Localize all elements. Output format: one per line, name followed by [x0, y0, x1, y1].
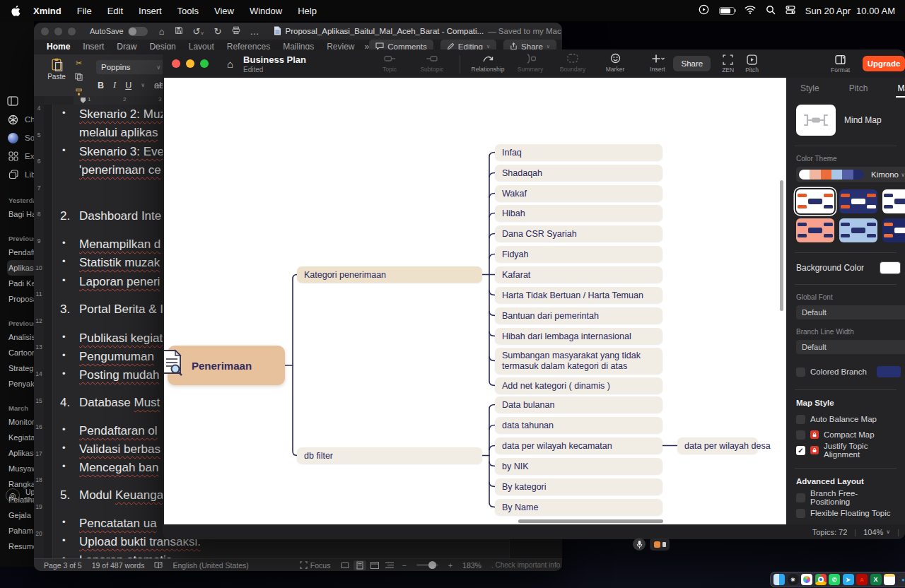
sidebar-history-item[interactable]: Padi Ken: [7, 276, 34, 291]
proofing-icon[interactable]: [154, 561, 163, 569]
panel-tab-pitch[interactable]: Pitch: [849, 83, 868, 93]
dock-icon-excel[interactable]: X: [870, 574, 882, 585]
menu-item-tools[interactable]: Tools: [177, 6, 199, 16]
dock-icon-telegram[interactable]: ➤: [843, 574, 854, 585]
dock-icon-whatsapp[interactable]: ✆: [829, 574, 840, 585]
canvas-horizontal-scrollbar[interactable]: [518, 519, 663, 523]
subtopic[interactable]: Infaq: [495, 144, 662, 160]
menu-item-help[interactable]: Help: [298, 6, 317, 16]
sidebar-nav-sor[interactable]: Sor: [7, 129, 34, 147]
sidebar-history-item[interactable]: Cartoon: [7, 345, 34, 360]
word-tab-draw[interactable]: Draw: [117, 42, 136, 52]
mindmap-canvas[interactable]: PenerimaanKategori penerimaandb filterIn…: [164, 78, 786, 524]
zoom-slider[interactable]: [416, 564, 438, 566]
theme-thumbnail-6[interactable]: [882, 218, 905, 242]
canvas-vertical-scrollbar[interactable]: [780, 180, 783, 311]
subtopic[interactable]: Data bulanan: [495, 396, 662, 413]
sidebar-toggle-icon[interactable]: [7, 92, 34, 110]
relationship-tool[interactable]: Relationship: [473, 52, 503, 73]
sidebar-history-item[interactable]: Aplikasi: [7, 445, 34, 461]
sidebar-nav-exp[interactable]: Exp: [7, 147, 34, 165]
dock-icon-adobe[interactable]: A: [856, 574, 868, 585]
print-icon[interactable]: [232, 26, 240, 36]
dock-icon-photos[interactable]: [801, 574, 812, 585]
background-color-swatch[interactable]: [880, 261, 901, 274]
menu-item-edit[interactable]: Edit: [107, 6, 123, 16]
canvas-zoom-select[interactable]: 104% ∨: [863, 528, 890, 536]
sidebar-history-item[interactable]: Aplikasi: [7, 260, 34, 276]
theme-thumbnail-2[interactable]: [839, 189, 877, 213]
autosave-toggle[interactable]: [128, 27, 148, 36]
subtopic[interactable]: Kafarat: [495, 266, 662, 283]
sidebar-nav-cha[interactable]: Cha: [7, 110, 34, 129]
checkbox[interactable]: [796, 415, 805, 424]
colored-branch-checkbox[interactable]: [796, 368, 805, 377]
zen-button[interactable]: ZEN: [722, 54, 734, 74]
word-tab-home[interactable]: Home: [47, 42, 70, 52]
menu-item-xmind[interactable]: Xmind: [33, 6, 62, 16]
zoom-percent[interactable]: 183%: [462, 561, 481, 570]
pitch-button[interactable]: Pitch: [745, 54, 759, 74]
dock-icon-keynote[interactable]: ●: [898, 574, 905, 585]
checkbox[interactable]: [796, 493, 805, 502]
subtopic[interactable]: Shadaqah: [495, 165, 662, 181]
page-indicator[interactable]: Page 3 of 5: [44, 561, 82, 570]
word-doc-title[interactable]: Proposal_Aplikasi_Baitul_Mal_Aceh_Barat …: [286, 27, 484, 35]
option-justify-topic-alignment[interactable]: ✓Justify Topic Alignment: [796, 442, 895, 458]
vertical-ruler[interactable]: 4567891011121314151617181920: [34, 105, 44, 558]
colored-branch-swatch[interactable]: [877, 366, 901, 377]
italic-button[interactable]: I: [113, 80, 116, 90]
cut-icon[interactable]: ✂: [76, 59, 82, 68]
word-tab-insert[interactable]: Insert: [83, 42, 104, 52]
input-source-pill[interactable]: [650, 538, 670, 551]
sidebar-history-item[interactable]: Penyakit: [7, 376, 34, 392]
copy-icon[interactable]: [75, 71, 83, 83]
font-family-select[interactable]: Poppins ∨: [96, 60, 165, 74]
sidebar-history-item[interactable]: Gejala: [7, 507, 34, 523]
theme-thumbnail-1[interactable]: [796, 189, 834, 213]
sidebar-history-item[interactable]: Paham A: [7, 523, 34, 539]
main-topic-dbfilter[interactable]: db filter: [297, 447, 482, 464]
language-indicator[interactable]: English (United States): [173, 561, 248, 570]
sidebar-history-item[interactable]: Analisis: [7, 329, 34, 345]
subtopic[interactable]: Hibah dari lembaga internasional: [495, 328, 662, 344]
undo-icon[interactable]: ↺∨: [193, 27, 204, 36]
underline-button[interactable]: U: [125, 81, 132, 90]
option-branch-free-positioning[interactable]: Branch Free-Positioning: [796, 490, 895, 505]
microphone-icon[interactable]: [633, 538, 646, 551]
apple-icon[interactable]: [11, 6, 21, 16]
branch-line-width-select[interactable]: Default: [796, 340, 905, 354]
sidebar-history-item[interactable]: Proposa: [7, 291, 34, 307]
structure-row[interactable]: Mind Map: [796, 105, 905, 136]
theme-thumbnail-3[interactable]: [882, 189, 905, 213]
subtopic[interactable]: data tahunan: [495, 417, 662, 433]
dock-icon-notes[interactable]: [884, 574, 895, 585]
saved-status[interactable]: — Saved to my Mac: [488, 27, 561, 35]
option-auto-balance-map[interactable]: Auto Balance Map: [796, 411, 895, 427]
indent-marker[interactable]: [81, 98, 86, 103]
sidebar-history-item[interactable]: Monitori: [7, 414, 34, 430]
option-compact-map[interactable]: Compact Map: [796, 427, 895, 442]
subtopic-desa[interactable]: data per wilayah desa: [677, 437, 758, 454]
insert-tool[interactable]: Insert: [643, 52, 672, 73]
battery-icon[interactable]: [719, 7, 735, 15]
screen-mirroring-icon[interactable]: [699, 4, 709, 17]
share-button[interactable]: Share: [673, 56, 711, 71]
menu-bar-clock[interactable]: Sun 20 Apr 10.00 AM: [805, 6, 895, 16]
sidebar-history-item[interactable]: Musyaw: [7, 461, 34, 476]
sidebar-history-item[interactable]: Bagi Has: [7, 206, 34, 222]
outline-view-button[interactable]: [383, 560, 396, 570]
menu-item-insert[interactable]: Insert: [139, 6, 162, 16]
theme-thumbnail-5[interactable]: [839, 218, 877, 242]
dock-icon-chatgpt[interactable]: ✳: [788, 574, 799, 585]
word-count[interactable]: 19 of 487 words: [92, 561, 145, 570]
control-center-icon[interactable]: [786, 5, 795, 17]
sidebar-history-item[interactable]: Resume: [7, 539, 34, 554]
format-button[interactable]: Format: [831, 54, 850, 74]
sidebar-history-item[interactable]: Kegiatan: [7, 430, 34, 445]
menu-item-file[interactable]: File: [77, 6, 92, 16]
central-topic[interactable]: Penerimaan: [168, 346, 285, 385]
focus-button[interactable]: Focus: [300, 561, 331, 570]
subtopic[interactable]: Wakaf: [495, 185, 662, 201]
zoom-out-button[interactable]: −: [402, 561, 406, 570]
